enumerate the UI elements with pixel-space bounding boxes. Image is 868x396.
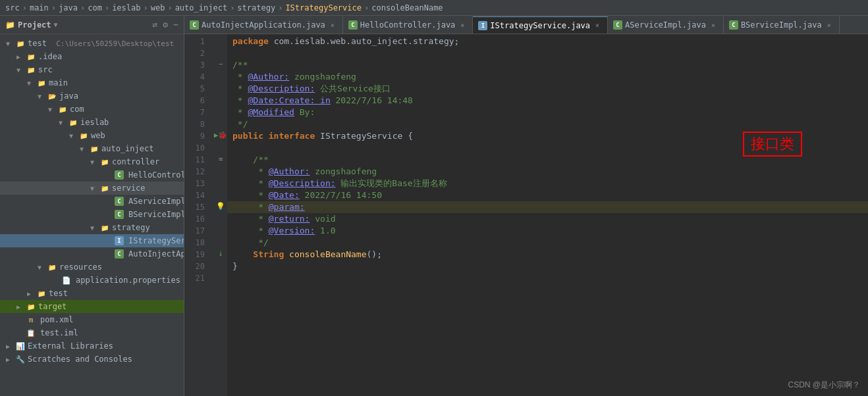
code-line-7: * @Modified By: [227, 107, 868, 118]
tree-item-hello-controller[interactable]: C HelloController [0, 168, 184, 182]
gutter-area: − ▶ 🐞 ≡ 💡 ↓ [214, 34, 227, 396]
tree-item-aserviceimpl[interactable]: C AServiceImpl [0, 195, 184, 208]
line-num-9: 9 [184, 130, 209, 142]
breadcrumb-com[interactable]: com [88, 3, 102, 12]
folder-icon: 📁 [68, 117, 78, 128]
tree-item-test-iml[interactable]: 📋 test.iml [0, 326, 184, 339]
line-num-20: 20 [184, 260, 209, 272]
line-num-5: 5 [184, 83, 209, 95]
tab-hello-controller[interactable]: C HelloController.java × [343, 16, 474, 34]
tree-item-app-props[interactable]: 📄 application.properties [0, 274, 184, 287]
breadcrumb-strategy[interactable]: strategy [237, 3, 275, 12]
line-num-11: 11 [184, 154, 209, 166]
tree-item-controller[interactable]: ▼ 📁 controller [0, 155, 184, 168]
spacer [49, 275, 59, 285]
tree-item-service[interactable]: ▼ 📁 service [0, 182, 184, 195]
line-num-13: 13 [184, 178, 209, 189]
i-interface-icon: I [114, 235, 124, 246]
code-line-5: * @Description: 公共Service接口 [227, 83, 868, 95]
run-debug-icon[interactable]: ▶ [214, 131, 219, 139]
tree-item-ieslab[interactable]: ▼ 📁 ieslab [0, 116, 184, 129]
breadcrumb-ieslab[interactable]: ieslab [112, 3, 140, 12]
c-class-icon: C [114, 209, 124, 220]
code-content[interactable]: package com.ieslab.web.auto_inject.strat… [227, 34, 868, 396]
settings-icon[interactable]: ⚙ [163, 20, 168, 30]
chevron-down-icon: ▼ [87, 222, 97, 233]
sidebar-actions: ⇄ ⚙ − [153, 20, 178, 30]
tab-bservice[interactable]: C BServiceImpl.java × [724, 16, 840, 34]
tree-item-target[interactable]: ▶ 📁 target [0, 300, 184, 313]
folder-icon: 📁 [57, 104, 68, 114]
tab-aservice[interactable]: C AServiceImpl.java × [608, 16, 724, 34]
tree-item-external-libs[interactable]: ▶ 📊 External Libraries [0, 339, 184, 353]
tab-close-hello[interactable]: × [458, 20, 467, 30]
line-num-2: 2 [184, 47, 209, 59]
tree-item-src[interactable]: ▼ 📁 src [0, 63, 184, 76]
tree-item-auto-inject[interactable]: ▼ 📁 auto_inject [0, 142, 184, 155]
breadcrumb-main[interactable]: main [30, 3, 49, 12]
gutter-15: 💡 [214, 200, 227, 212]
tree-item-test[interactable]: ▼ 📁 test C:\Users\50259\Desktop\test [0, 37, 184, 50]
breadcrumb-src[interactable]: src [5, 3, 20, 12]
breadcrumb-method[interactable]: consoleBeanName [371, 3, 443, 12]
tab-close-istrategy[interactable]: × [593, 21, 602, 30]
gutter-5 [214, 82, 227, 93]
tree-item-web[interactable]: ▼ 📁 web [0, 129, 184, 142]
line-num-3: 3 [184, 59, 209, 71]
layout-icon[interactable]: ⇄ [153, 20, 158, 30]
tree-item-istrategy[interactable]: I IStrategyService [0, 234, 184, 247]
breadcrumb-auto-inject[interactable]: auto_inject [175, 3, 227, 12]
chevron-right-icon: ▶ [13, 301, 24, 312]
chevron-right-icon: ▶ [24, 288, 34, 299]
debug-icon[interactable]: 🐞 [218, 131, 227, 139]
folder-icon: 📁 [26, 301, 36, 312]
breadcrumb-java[interactable]: java [59, 3, 78, 12]
line-num-6: 6 [184, 95, 209, 107]
tab-close-autoinject[interactable]: × [328, 20, 337, 30]
tree-item-main[interactable]: ▼ 📁 main [0, 76, 184, 89]
tree-item-java[interactable]: ▼ 📂 java [0, 89, 184, 103]
tab-bar: C AutoInjectApplication.java × C HelloCo… [184, 16, 868, 34]
code-line-8: */ [227, 118, 868, 130]
chevron-down-icon: ▼ [45, 104, 55, 114]
watermark: CSDN @是小宗啊？ [788, 380, 860, 391]
tree-item-test-dir[interactable]: ▶ 📁 test [0, 287, 184, 300]
folder-icon: 📂 [47, 91, 57, 101]
tree-item-autoinject-app[interactable]: C AutoInjectApplication [0, 247, 184, 260]
chevron-down-icon: ▼ [87, 157, 97, 167]
tab-close-aservice[interactable]: × [709, 20, 718, 30]
line-num-12: 12 [184, 166, 209, 178]
chevron-down-icon: ▼ [87, 183, 97, 193]
tree-item-pom-xml[interactable]: m pom.xml [0, 313, 184, 326]
tree-item-scratches[interactable]: ▶ 🔧 Scratches and Consoles [0, 353, 184, 366]
gutter-18 [214, 235, 227, 247]
gutter-1 [214, 34, 227, 46]
c-icon: C [613, 20, 622, 30]
gutter-8 [214, 117, 227, 129]
tree-item-bserviceimpl[interactable]: C BServiceImpl [0, 208, 184, 221]
line-num-1: 1 [184, 36, 209, 47]
spacer [13, 314, 24, 325]
line-num-19: 19 [184, 249, 209, 260]
breadcrumb-istrategy[interactable]: IStrategyService [285, 3, 362, 12]
tree-item-com[interactable]: ▼ 📁 com [0, 103, 184, 116]
tree-item-resources[interactable]: ▼ 📁 resources [0, 260, 184, 274]
tree-item-idea[interactable]: ▶ 📁 .idea [0, 50, 184, 63]
chevron-right-icon: ▶ [13, 51, 24, 62]
minimize-icon[interactable]: − [173, 20, 178, 30]
code-line-6: * @Date:Create: in 2022/7/16 14:48 [227, 95, 868, 107]
code-line-2 [227, 47, 868, 59]
tree-item-strategy[interactable]: ▼ 📁 strategy [0, 221, 184, 234]
tab-istrategy[interactable]: I IStrategyService.java × [473, 16, 608, 34]
tab-close-bservice[interactable]: × [825, 20, 834, 30]
project-icon: 📁 [5, 20, 15, 30]
chevron-down-icon: ▼ [13, 64, 24, 75]
green-arrow-icon[interactable]: ↓ [218, 249, 223, 258]
tab-autoinject[interactable]: C AutoInjectApplication.java × [184, 16, 343, 34]
code-line-17: * @Version: 1.0 [227, 225, 868, 237]
gutter-13 [214, 176, 227, 188]
breadcrumb-web[interactable]: web [151, 3, 165, 12]
gutter-17 [214, 224, 227, 235]
line-num-4: 4 [184, 71, 209, 83]
scratches-icon: 🔧 [15, 354, 26, 364]
